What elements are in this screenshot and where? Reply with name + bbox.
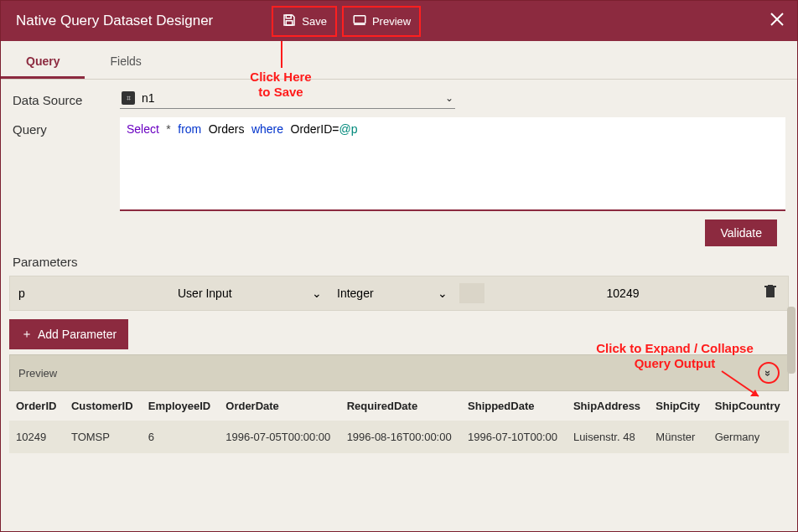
preview-header-bar: Preview » [9,354,789,391]
column-header: ShipCountry [708,391,789,421]
chevron-double-down-icon: » [762,369,775,375]
preview-button-label: Preview [372,15,411,28]
parameter-data-type-select[interactable]: Integer ⌄ [337,287,454,300]
column-header: EmployeeID [142,391,220,421]
svg-rect-9 [764,286,776,287]
parameter-name: p [18,287,178,300]
parameter-flag-toggle[interactable] [459,283,484,303]
tabs: Query Fields [1,46,797,80]
cell-shipcountry: Germany [708,421,789,453]
svg-rect-2 [287,15,292,18]
data-source-label: Data Source [13,88,120,107]
cell-shipcity: Münster [649,421,707,453]
table-header-row: OrderID CustomerID EmployeeID OrderDate … [9,391,789,421]
table-row: 10249 TOMSP 6 1996-07-05T00:00:00 1996-0… [9,421,789,453]
parameter-delete-button[interactable] [761,281,780,305]
chevron-down-icon: ⌄ [445,92,453,104]
data-source-select[interactable]: ⌗ n1 ⌄ [120,88,455,109]
cell-requireddate: 1996-08-16T00:00:00 [340,421,461,453]
save-button[interactable]: Save [272,6,337,37]
column-header: OrderID [9,391,65,421]
parameter-default-value[interactable]: 10249 [484,287,761,300]
add-parameter-label: Add Parameter [38,328,117,341]
preview-heading: Preview [18,367,57,380]
cell-employeeid: 6 [142,421,220,453]
save-icon [282,13,297,30]
cell-shipaddress: Luisenstr. 48 [567,421,649,453]
parameter-value-source-select[interactable]: User Input ⌄ [178,287,329,300]
chevron-down-icon: ⌄ [312,287,322,300]
tab-fields[interactable]: Fields [85,46,166,79]
column-header: ShipAddress [567,391,649,421]
preview-expand-toggle[interactable]: » [758,362,780,384]
svg-rect-3 [287,20,293,24]
window-title: Native Query Dataset Designer [16,13,213,29]
save-button-label: Save [302,15,327,28]
preview-table: OrderID CustomerID EmployeeID OrderDate … [9,391,789,453]
parameters-heading: Parameters [1,251,797,276]
plus-icon: ＋ [21,327,33,342]
svg-rect-10 [768,285,773,286]
cell-orderid: 10249 [9,421,65,453]
cell-customerid: TOMSP [65,421,142,453]
column-header: CustomerID [65,391,142,421]
cell-orderdate: 1996-07-05T00:00:00 [219,421,339,453]
parameter-row: p User Input ⌄ Integer ⌄ 10249 [9,276,789,311]
validate-button[interactable]: Validate [705,220,777,246]
chevron-down-icon: ⌄ [438,287,448,300]
delete-icon [764,287,776,301]
titlebar: Native Query Dataset Designer Save Previ… [1,1,797,41]
svg-rect-8 [766,287,775,297]
scrollbar[interactable] [787,307,795,374]
query-label: Query [13,117,120,137]
column-header: ShipCity [649,391,707,421]
preview-button[interactable]: Preview [342,6,421,37]
database-icon: ⌗ [122,91,135,105]
svg-rect-4 [354,15,365,23]
data-source-value: n1 [142,91,445,105]
column-header: ShippedDate [461,391,567,421]
preview-icon [352,13,367,30]
cell-shippeddate: 1996-07-10T00:00 [461,421,567,453]
column-header: OrderDate [219,391,339,421]
tab-query[interactable]: Query [1,46,85,79]
close-button[interactable] [769,11,785,31]
column-header: RequiredDate [340,391,461,421]
add-parameter-button[interactable]: ＋ Add Parameter [9,319,128,349]
close-icon [769,16,785,30]
query-editor[interactable]: Select * from Orders where OrderID=@p [120,117,785,211]
